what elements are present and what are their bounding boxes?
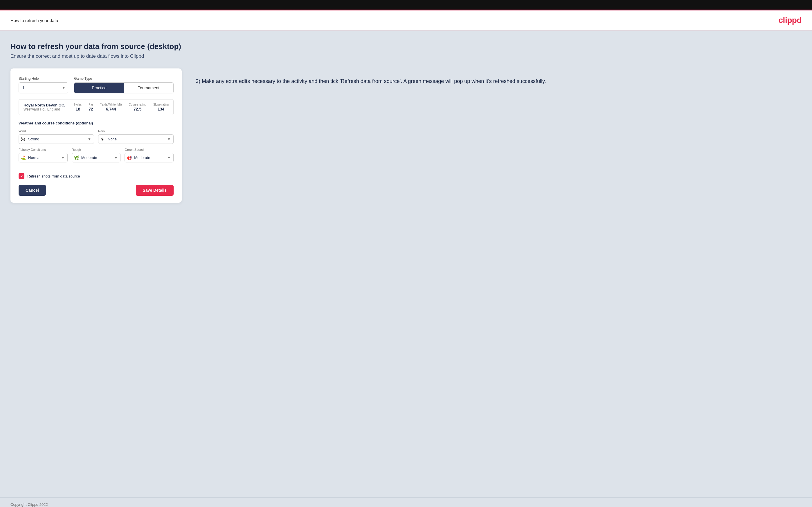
page-heading: How to refresh your data from source (de… [10,42,802,51]
course-rating-stat: Course rating 72.5 [129,103,146,111]
yards-label: Yards/White (M)) [100,103,122,106]
starting-hole-group: Starting Hole 1 ▼ [18,76,68,94]
refresh-checkbox[interactable] [18,173,24,179]
wind-select-wrapper: 🌬 Strong ▼ [18,134,94,144]
rain-group: Rain ☀ None ▼ [98,129,173,144]
green-speed-group: Green Speed 🎯 Moderate ▼ [124,148,173,162]
course-location: Westward Ho!, England [23,107,70,111]
fairway-select[interactable]: Normal [18,153,68,162]
fairway-group: Fairway Conditions ⛳ Normal ▼ [18,148,68,162]
conditions-title: Weather and course conditions (optional) [18,121,173,125]
header-title: How to refresh your data [10,18,58,23]
green-speed-select-wrapper: 🎯 Moderate ▼ [124,153,173,162]
course-rating-value: 72.5 [129,107,146,111]
button-row: Cancel Save Details [18,185,173,196]
side-description: 3) Make any extra edits necessary to the… [196,68,802,86]
course-row: Royal North Devon GC, Westward Ho!, Engl… [18,99,173,115]
starting-hole-label: Starting Hole [18,76,68,80]
header: How to refresh your data clippd [0,10,812,31]
rain-label: Rain [98,129,173,133]
footer: Copyright Clippd 2022 [0,497,812,507]
game-type-group: Game Type Practice Tournament [74,76,173,94]
par-stat: Par 72 [89,103,93,111]
wind-group: Wind 🌬 Strong ▼ [18,129,94,144]
rain-select-wrapper: ☀ None ▼ [98,134,173,144]
wind-select[interactable]: Strong [18,134,94,144]
footer-text: Copyright Clippd 2022 [10,502,48,507]
slope-rating-label: Slope rating [153,103,169,106]
fairway-rough-green-row: Fairway Conditions ⛳ Normal ▼ Rough 🌿 [18,148,173,162]
top-form-row: Starting Hole 1 ▼ Game Type Practice Tou… [18,76,173,94]
rough-label: Rough [72,148,121,152]
yards-stat: Yards/White (M)) 6,744 [100,103,122,111]
course-rating-label: Course rating [129,103,146,106]
fairway-icon: ⛳ [21,156,26,160]
content-layout: Starting Hole 1 ▼ Game Type Practice Tou… [10,68,802,203]
form-card: Starting Hole 1 ▼ Game Type Practice Tou… [10,68,182,203]
holes-value: 18 [74,107,82,111]
page-subheading: Ensure the correct and most up to date d… [10,53,802,59]
starting-hole-select[interactable]: 1 [18,82,68,94]
rough-select-wrapper: 🌿 Moderate ▼ [72,153,121,162]
top-bar [0,0,812,10]
par-value: 72 [89,107,93,111]
green-speed-select[interactable]: Moderate [124,153,173,162]
refresh-row: Refresh shots from data source [18,173,173,179]
rough-icon: 🌿 [74,156,79,160]
save-button[interactable]: Save Details [136,185,174,196]
rain-select[interactable]: None [98,134,173,144]
wind-label: Wind [18,129,94,133]
course-stats: Holes 18 Par 72 Yards/White (M)) 6,744 C… [74,103,169,111]
holes-stat: Holes 18 [74,103,82,111]
course-name: Royal North Devon GC, [23,103,70,107]
rough-group: Rough 🌿 Moderate ▼ [72,148,121,162]
game-type-buttons: Practice Tournament [74,82,173,94]
holes-label: Holes [74,103,82,106]
slope-rating-stat: Slope rating 134 [153,103,169,111]
course-info: Royal North Devon GC, Westward Ho!, Engl… [23,103,70,111]
slope-rating-value: 134 [153,107,169,111]
rain-icon: ☀ [100,137,104,142]
wind-rain-row: Wind 🌬 Strong ▼ Rain ☀ None [18,129,173,144]
fairway-label: Fairway Conditions [18,148,68,152]
game-type-label: Game Type [74,76,173,80]
rough-select[interactable]: Moderate [72,153,121,162]
practice-button[interactable]: Practice [74,83,124,93]
wind-icon: 🌬 [21,137,25,142]
tournament-button[interactable]: Tournament [124,83,173,93]
yards-value: 6,744 [100,107,122,111]
green-speed-label: Green Speed [124,148,173,152]
main-content: How to refresh your data from source (de… [0,31,812,497]
cancel-button[interactable]: Cancel [18,185,46,196]
starting-hole-select-wrapper: 1 ▼ [18,82,68,94]
divider [18,168,173,168]
refresh-label: Refresh shots from data source [27,174,80,178]
side-description-text: 3) Make any extra edits necessary to the… [196,77,802,86]
par-label: Par [89,103,93,106]
green-speed-icon: 🎯 [127,156,132,160]
logo: clippd [779,16,802,25]
fairway-select-wrapper: ⛳ Normal ▼ [18,153,68,162]
